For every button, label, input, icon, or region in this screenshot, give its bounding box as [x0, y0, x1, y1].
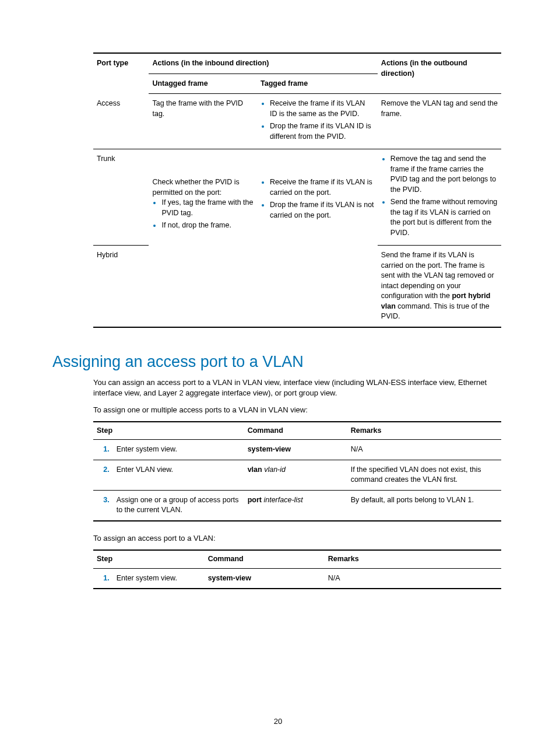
text: Untagged frame — [152, 79, 207, 88]
th-command: Command — [244, 422, 347, 440]
step-number: 1. — [93, 568, 113, 589]
text: port — [248, 496, 262, 504]
text: command. This is true of the PVID. — [381, 302, 490, 321]
text: Tag the frame with the PVID tag. — [152, 99, 243, 118]
th-remarks: Remarks — [347, 422, 501, 440]
list-item: Receive the frame if its VLAN ID is the … — [270, 99, 374, 119]
cell-port-type: Trunk — [93, 149, 149, 246]
list-item: Receive the frame if its VLAN is carried… — [270, 177, 374, 198]
paragraph: You can assign an access port to a VLAN … — [93, 377, 501, 415]
command-text: port interface-list — [244, 490, 347, 521]
cell-tagged: Receive the frame if its VLAN is carried… — [257, 149, 378, 327]
list-item: Remove the tag and send the frame if the… — [390, 154, 498, 195]
list-item: Send the frame without removing the tag … — [390, 197, 498, 238]
table-row: 1. Enter system view. system-view N/A — [93, 440, 501, 460]
text: If yes, tag the frame with the PVID tag. — [161, 198, 253, 217]
list-item: Drop the frame if its VLAN ID is differe… — [270, 121, 374, 142]
text: Remove the VLAN tag and send the frame. — [381, 99, 498, 118]
text: Command — [248, 426, 283, 435]
th-command: Command — [205, 550, 325, 568]
th-remarks: Remarks — [325, 550, 501, 568]
vlan-port-table: Port type Actions (in the inbound direct… — [93, 52, 501, 328]
paragraph: To assign an access port to a VLAN: — [93, 533, 501, 544]
text: Actions (in the inbound direction) — [152, 59, 269, 67]
step-number: 2. — [93, 460, 113, 490]
text: interface-list — [262, 496, 303, 504]
list-item: Drop the frame if its VLAN is not carrie… — [270, 200, 374, 220]
step-text: Enter VLAN view. — [113, 460, 244, 490]
th-tagged: Tagged frame — [257, 74, 378, 94]
text: Step — [97, 555, 112, 563]
text: Drop the frame if its VLAN is not carrie… — [270, 201, 374, 219]
lead-text: To assign an access port to a VLAN: — [93, 533, 501, 544]
step-text: Enter system view. — [113, 440, 244, 460]
th-actions-out: Actions (in the outbound direction) — [378, 53, 501, 94]
list-item: If not, drop the frame. — [161, 220, 254, 231]
th-port-type: Port type — [93, 53, 149, 94]
lead-text: To assign one or multiple access ports t… — [93, 405, 501, 415]
row-trunk: Trunk Check whether the PVID is permitte… — [93, 149, 501, 246]
remarks-text: By default, all ports belong to VLAN 1. — [347, 490, 501, 521]
text: vlan-id — [262, 466, 286, 474]
th-step: Step — [93, 550, 205, 568]
command-text: vlan vlan-id — [244, 460, 347, 490]
text: Receive the frame if its VLAN is carried… — [270, 178, 372, 197]
th-actions-in: Actions (in the inbound direction) — [149, 53, 377, 74]
th-step: Step — [93, 422, 244, 440]
step-table-vlan-view: Step Command Remarks 1. Enter system vie… — [93, 421, 501, 522]
section-heading: Assigning an access port to a VLAN — [52, 351, 504, 373]
cell-outbound: Send the frame if its VLAN is carried on… — [378, 246, 501, 327]
command-text: system-view — [205, 568, 325, 589]
table-row: 2. Enter VLAN view. vlan vlan-id If the … — [93, 460, 501, 490]
th-untagged: Untagged frame — [149, 74, 257, 94]
text: Remarks — [351, 426, 382, 435]
step-text: Enter system view. — [113, 568, 205, 589]
text: Remarks — [328, 555, 359, 563]
text: Tagged frame — [261, 79, 308, 88]
step-text: Assign one or a group of access ports to… — [113, 490, 244, 521]
cell-outbound: Remove the VLAN tag and send the frame. — [378, 94, 501, 149]
text: vlan — [248, 466, 262, 474]
text: Trunk — [97, 155, 115, 163]
text: Step — [97, 426, 112, 435]
text: Remove the tag and send the frame if the… — [390, 155, 496, 194]
remarks-text: N/A — [347, 440, 501, 460]
document-page: Port type Actions (in the inbound direct… — [0, 0, 556, 756]
text: 20 — [274, 717, 282, 726]
table-row: 1. Enter system view. system-view N/A — [93, 568, 501, 589]
step-table-access-port: Step Command Remarks 1. Enter system vie… — [93, 550, 501, 589]
text: Command — [208, 555, 244, 563]
list-item: If yes, tag the frame with the PVID tag. — [161, 198, 254, 218]
step-number: 1. — [93, 440, 113, 460]
intro-text: You can assign an access port to a VLAN … — [93, 377, 501, 398]
text: Check whether the PVID is permitted on t… — [152, 178, 239, 197]
text: Actions (in the outbound — [381, 59, 467, 67]
command-text: system-view — [244, 440, 347, 460]
text: Drop the frame if its VLAN ID is differe… — [270, 122, 371, 141]
text: system-view — [208, 574, 251, 582]
text: Receive the frame if its VLAN ID is the … — [270, 99, 365, 118]
text: Access — [97, 99, 120, 107]
cell-outbound: Remove the tag and send the frame if the… — [378, 149, 501, 246]
text: Hybrid — [97, 251, 118, 259]
cell-tagged: Receive the frame if its VLAN ID is the … — [257, 94, 378, 149]
cell-untagged: Check whether the PVID is permitted on t… — [149, 149, 257, 327]
cell-port-type: Hybrid — [93, 246, 149, 327]
text: direction) — [381, 69, 414, 78]
table-row: 3. Assign one or a group of access ports… — [93, 490, 501, 521]
row-access: Access Tag the frame with the PVID tag. … — [93, 94, 501, 149]
text: Send the frame without removing the tag … — [390, 198, 497, 237]
text: Port type — [97, 59, 128, 67]
step-number: 3. — [93, 490, 113, 521]
remarks-text: If the specified VLAN does not exist, th… — [347, 460, 501, 490]
cell-untagged: Tag the frame with the PVID tag. — [149, 94, 257, 149]
text: If not, drop the frame. — [161, 221, 231, 229]
cell-port-type: Access — [93, 94, 149, 149]
text: Assigning an access port to a VLAN — [52, 353, 304, 370]
remarks-text: N/A — [325, 568, 501, 589]
text: system-view — [248, 445, 291, 453]
page-number: 20 — [0, 716, 556, 727]
